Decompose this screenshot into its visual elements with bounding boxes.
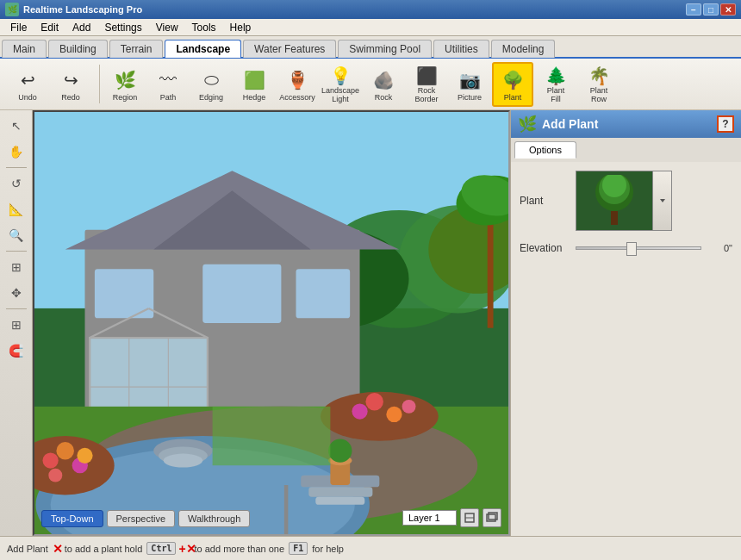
elevation-value: 0" <box>707 243 732 253</box>
statusbar: Add Plant ✕ to add a plant hold Ctrl +✕ … <box>0 536 741 560</box>
magnet-left-btn[interactable]: 🧲 <box>4 339 28 363</box>
edging-button[interactable]: ⬭Edging <box>190 62 232 107</box>
panel-help-button[interactable]: ? <box>717 115 734 133</box>
left-toolbar: ↖✋↺📐🔍⊞✥⊞🧲 <box>0 110 33 536</box>
svg-rect-48 <box>213 407 331 465</box>
svg-rect-12 <box>202 264 281 323</box>
scene-view: ✋ <box>34 112 508 534</box>
status-click-icon: ✕ <box>51 542 65 556</box>
path-button[interactable]: 〰Path <box>147 62 189 107</box>
region-button[interactable]: 🌿Region <box>104 62 146 107</box>
viewport[interactable]: ✋ Top-Down Perspective Walkthrough Layer… <box>33 110 510 536</box>
walkthrough-view-btn[interactable]: Walkthrough <box>178 510 250 527</box>
svg-rect-28 <box>308 487 372 496</box>
panel-plant-icon: 🌿 <box>518 115 537 134</box>
toolbar-sep-0 <box>99 65 100 103</box>
status-text-help: for help <box>312 544 344 554</box>
plant-row-button[interactable]: 🌴PlantRow <box>578 62 620 107</box>
elevation-label: Elevation <box>520 242 576 254</box>
status-text-click: to add a plant <box>65 544 122 554</box>
minimize-button[interactable]: − <box>686 3 701 16</box>
svg-rect-53 <box>611 211 618 225</box>
status-ctrl-key: Ctrl <box>146 542 176 555</box>
tab-swimming-pool[interactable]: Swimming Pool <box>338 40 432 58</box>
landscape-light-button[interactable]: 💡LandscapeLight <box>320 62 361 107</box>
menu-item-add[interactable]: Add <box>65 20 97 35</box>
plant-field-row: Plant <box>520 171 732 231</box>
svg-rect-13 <box>296 269 350 318</box>
zoom-left-btn[interactable]: 🔍 <box>4 223 28 247</box>
tab-water-features[interactable]: Water Features <box>243 40 336 58</box>
plant-preview[interactable] <box>576 171 653 231</box>
rock-button[interactable]: 🪨Rock <box>363 62 404 107</box>
panel-tabs-bar: Options <box>511 138 741 162</box>
undo-button[interactable]: ↩Undo <box>7 62 48 107</box>
rock-border-button[interactable]: ⬛RockBorder <box>406 62 447 107</box>
tab-landscape[interactable]: Landscape <box>165 40 241 58</box>
svg-point-32 <box>56 442 74 460</box>
hand-pan-left-btn[interactable]: ✋ <box>4 140 28 164</box>
plant-fill-button[interactable]: 🌲PlantFill <box>535 62 576 107</box>
view-buttons: Top-Down Perspective Walkthrough <box>41 510 250 527</box>
menu-item-file[interactable]: File <box>3 20 34 35</box>
menu-item-help[interactable]: Help <box>223 20 258 35</box>
layer-area: Layer 1 <box>402 508 501 527</box>
top-down-view-btn[interactable]: Top-Down <box>41 510 103 527</box>
crop-left-btn[interactable]: ⊞ <box>4 255 28 279</box>
status-text-add-plant: Add Plant <box>7 544 48 554</box>
tab-modeling[interactable]: Modeling <box>491 40 556 58</box>
menu-item-edit[interactable]: Edit <box>34 20 65 35</box>
layer-select[interactable]: Layer 1 <box>402 510 457 526</box>
tab-utilities[interactable]: Utilities <box>433 40 489 58</box>
plant-label: Plant <box>520 195 576 207</box>
status-click-icon-2: +✕ <box>181 542 195 556</box>
main-content: ↖✋↺📐🔍⊞✥⊞🧲 <box>0 110 741 536</box>
menu-item-settings[interactable]: Settings <box>97 20 148 35</box>
svg-point-40 <box>402 400 416 414</box>
menu-item-view[interactable]: View <box>149 20 185 35</box>
panel-header: 🌿 Add Plant ? <box>511 110 741 138</box>
select-left-btn[interactable]: ↖ <box>4 114 28 138</box>
svg-point-43 <box>328 439 352 462</box>
status-text-hold: hold <box>125 544 143 554</box>
app-icon: 🌿 <box>5 3 19 16</box>
measure-left-btn[interactable]: 📐 <box>4 197 28 221</box>
status-text-more: to add more than one <box>195 544 285 554</box>
tab-main[interactable]: Main <box>2 40 47 58</box>
rotate-left-btn[interactable]: ↺ <box>4 171 28 196</box>
accessory-button[interactable]: 🏺Accessory <box>277 62 318 107</box>
layer-btn-1[interactable] <box>460 508 479 527</box>
tab-terrain[interactable]: Terrain <box>109 40 164 58</box>
move3d-left-btn[interactable]: ✥ <box>4 281 28 305</box>
grid-left-btn[interactable]: ⊞ <box>4 313 28 337</box>
plant-button[interactable]: 🌳Plant <box>492 62 533 107</box>
layer-btn-2[interactable] <box>483 508 501 527</box>
svg-marker-57 <box>660 199 665 202</box>
panel-title: 🌿 Add Plant <box>518 115 598 134</box>
maximize-button[interactable]: □ <box>703 3 719 16</box>
menu-item-tools[interactable]: Tools <box>185 20 223 35</box>
perspective-view-btn[interactable]: Perspective <box>107 510 175 527</box>
svg-point-34 <box>48 469 62 482</box>
picture-button[interactable]: 📷Picture <box>449 62 490 107</box>
svg-point-37 <box>352 403 367 419</box>
plant-preview-svg <box>584 175 644 227</box>
plant-dropdown-btn[interactable] <box>653 171 672 231</box>
left-sep-7 <box>6 308 27 309</box>
left-sep-2 <box>6 167 27 168</box>
redo-button[interactable]: ↪Redo <box>50 62 91 107</box>
svg-rect-5 <box>488 210 494 328</box>
elevation-field-row: Elevation 0" <box>520 241 732 255</box>
close-button[interactable]: ✕ <box>720 3 736 16</box>
titlebar: 🌿 Realtime Landscaping Pro − □ ✕ <box>0 0 741 19</box>
left-sep-5 <box>6 251 27 252</box>
panel-body: Plant <box>511 162 741 536</box>
svg-point-26 <box>164 454 203 468</box>
panel-tab-options[interactable]: Options <box>514 141 576 159</box>
svg-rect-47 <box>284 485 289 534</box>
tab-building[interactable]: Building <box>48 40 108 58</box>
elevation-slider-thumb[interactable] <box>626 242 637 256</box>
right-panel: 🌿 Add Plant ? Options Plant <box>510 110 741 536</box>
window-controls: − □ ✕ <box>686 3 736 16</box>
hedge-button[interactable]: 🟩Hedge <box>234 62 275 107</box>
